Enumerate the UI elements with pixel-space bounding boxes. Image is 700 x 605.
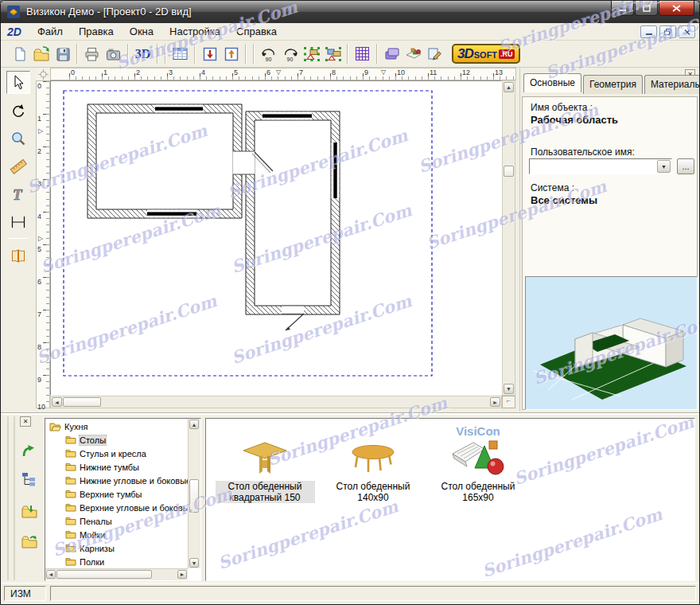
open-catalog-button[interactable] xyxy=(21,504,37,520)
tree-item[interactable]: Полки xyxy=(46,555,188,568)
tree-horizontal-scrollbar[interactable]: ◄ ► xyxy=(45,568,188,580)
new-project-button[interactable] xyxy=(9,43,30,64)
cursor-icon xyxy=(11,75,25,90)
tab-general[interactable]: Основные xyxy=(523,73,581,92)
browse-button[interactable]: ... xyxy=(677,158,694,174)
mdi-restore-button[interactable] xyxy=(659,25,676,38)
table-view-button[interactable] xyxy=(169,43,191,64)
tree-root[interactable]: Кухня xyxy=(46,420,188,433)
select-tool-button[interactable] xyxy=(6,71,30,94)
rotate-tool-button[interactable] xyxy=(6,99,30,122)
save-button[interactable] xyxy=(52,43,73,64)
panel-splitter[interactable] xyxy=(7,416,15,580)
canvas-vertical-scrollbar[interactable]: ▲ ▼ xyxy=(502,80,515,396)
tree-item[interactable]: Карнизы xyxy=(46,541,188,555)
3d-preview[interactable] xyxy=(525,276,698,410)
tree-vertical-scrollbar[interactable]: ▲ ▼ xyxy=(188,419,200,568)
tree-scroll-thumb[interactable] xyxy=(189,479,199,513)
exterior-door-symbol[interactable] xyxy=(282,306,304,330)
folder-up-button[interactable] xyxy=(21,443,37,459)
v-ruler-tick: 4 xyxy=(37,213,41,221)
dimension-tool-button[interactable] xyxy=(6,210,30,233)
toggle-grid-button[interactable] xyxy=(352,43,373,64)
tree-item[interactable]: Мойки xyxy=(46,528,188,541)
tree-view-button[interactable] xyxy=(21,472,37,488)
ruler-icon xyxy=(10,158,27,175)
rotate-left-button[interactable]: 90 xyxy=(258,43,279,64)
zoom-tool-button[interactable] xyxy=(6,127,30,150)
interior-door-symbol[interactable] xyxy=(233,151,273,174)
logo-soft-text: SOFT xyxy=(474,50,497,60)
tree-item[interactable]: Столы xyxy=(46,433,188,447)
edit-object-button[interactable] xyxy=(424,43,445,64)
menu-edit[interactable]: Правка xyxy=(71,24,122,39)
export-image-button[interactable] xyxy=(103,43,124,64)
2d-view-icon[interactable]: 2D xyxy=(7,25,21,38)
scene-objects-button[interactable] xyxy=(402,43,424,64)
drawing-canvas[interactable] xyxy=(50,80,502,396)
ruler-origin-button[interactable] xyxy=(36,68,50,80)
horizontal-scroll-thumb[interactable] xyxy=(63,397,101,407)
scroll-up-button[interactable]: ▲ xyxy=(189,420,199,429)
ungroup-button[interactable] xyxy=(322,43,344,64)
catalog-item[interactable]: VisiCon Стол обеденный 165x90 xyxy=(422,425,534,503)
scroll-right-button[interactable]: ► xyxy=(177,570,187,579)
tab-materials[interactable]: Материалы xyxy=(644,75,700,94)
scroll-down-button[interactable]: ▼ xyxy=(189,558,199,568)
import-object-button[interactable] xyxy=(199,43,220,64)
layers-button[interactable] xyxy=(381,43,402,64)
catalog-tree[interactable]: Кухня Столы Стулья и кресла Нижние тумбы… xyxy=(45,418,201,581)
close-button[interactable] xyxy=(659,1,694,16)
mdi-close-button[interactable] xyxy=(679,25,695,38)
left-room-walls[interactable] xyxy=(88,104,242,218)
tree-item[interactable]: Верхние угловые и боковые xyxy=(46,501,188,514)
menu-help[interactable]: Справка xyxy=(228,24,285,39)
menu-file[interactable]: Файл xyxy=(29,24,71,39)
tree-item[interactable]: Верхние тумбы xyxy=(46,487,188,501)
save-floppy-icon xyxy=(55,46,71,62)
new-catalog-button[interactable] xyxy=(21,534,37,550)
menu-settings[interactable]: Настройка xyxy=(161,24,228,39)
tree-hscroll-thumb[interactable] xyxy=(56,570,152,579)
tab-geometry[interactable]: Геометрия xyxy=(583,75,643,94)
right-room-walls[interactable] xyxy=(246,111,340,314)
tree-item[interactable]: Пеналы xyxy=(46,514,188,528)
wall-tool-button[interactable] xyxy=(6,244,30,267)
mdi-minimize-button[interactable] xyxy=(640,25,657,38)
scroll-right-button[interactable]: ► xyxy=(490,397,500,407)
tree-item[interactable]: Нижние угловые и боковые xyxy=(46,474,188,487)
3d-view-button[interactable]: 3D xyxy=(132,43,154,64)
group-button[interactable] xyxy=(301,43,322,64)
v-ruler-tick: 6 xyxy=(37,278,41,286)
vertical-ruler[interactable]: 0 1 2 3 4 5 6 7 8 9 10 ▷ ▷ xyxy=(36,80,50,408)
tool-palette: T xyxy=(5,69,35,412)
3dsoft-logo[interactable]: 3D SOFT .RU xyxy=(452,44,520,64)
canvas-corner-button[interactable]: ⌐ xyxy=(502,396,515,408)
canvas-horizontal-scrollbar[interactable]: ◄ ► xyxy=(50,396,502,408)
tree-item[interactable]: Стулья и кресла xyxy=(46,447,188,460)
measure-tool-button[interactable] xyxy=(6,154,30,178)
printer-icon xyxy=(84,46,100,62)
catalog-item-selected[interactable]: Стол обеденный квадратный 150 xyxy=(209,425,321,503)
horizontal-ruler[interactable]: 0 1 2 3 4 5 6 7 8 9 10 11 12 13 ▽ ▽ xyxy=(50,68,516,80)
tree-item[interactable]: Нижние тумбы xyxy=(46,460,188,474)
catalog-item[interactable]: Стол обеденный 140x90 xyxy=(317,425,429,503)
catalog-close-button[interactable]: ✕ xyxy=(20,416,31,427)
export-object-button[interactable] xyxy=(220,43,242,64)
vertical-scroll-thumb[interactable] xyxy=(504,166,514,177)
scroll-up-button[interactable]: ▲ xyxy=(504,82,514,92)
text-tool-button[interactable]: T xyxy=(6,182,30,205)
user-name-combobox[interactable]: ▼ xyxy=(529,158,672,174)
print-button[interactable] xyxy=(81,43,103,64)
edit-pointer-icon xyxy=(426,46,443,62)
menu-windows[interactable]: Окна xyxy=(122,24,161,39)
h-ruler-tick: 2 xyxy=(136,68,140,76)
scroll-left-button[interactable]: ◄ xyxy=(52,397,62,407)
minimize-button[interactable] xyxy=(611,1,634,16)
maximize-button[interactable] xyxy=(635,1,658,16)
rotate-right-button[interactable]: 90 xyxy=(279,43,301,64)
scroll-down-button[interactable]: ▼ xyxy=(504,384,514,394)
open-project-button[interactable] xyxy=(30,43,52,64)
scroll-left-button[interactable]: ◄ xyxy=(46,570,56,579)
combo-dropdown-icon[interactable]: ▼ xyxy=(657,160,671,173)
